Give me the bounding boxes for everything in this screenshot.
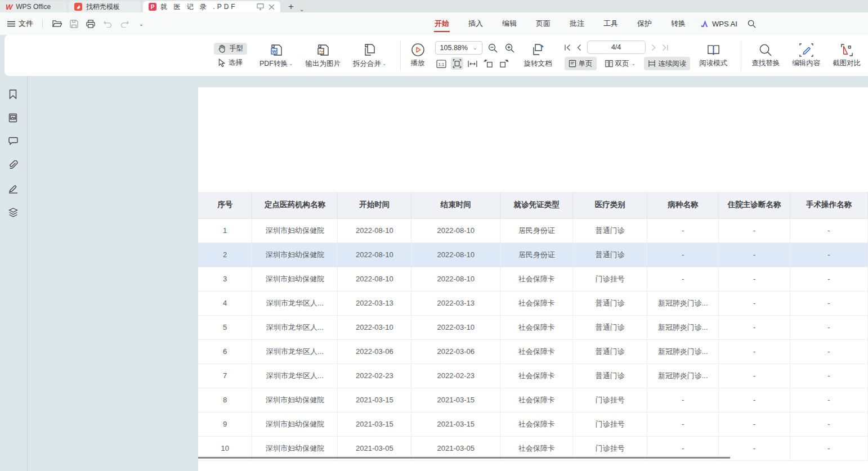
comment-icon[interactable] xyxy=(8,137,19,147)
tab-wps-office-label: WPS Office xyxy=(16,3,51,11)
single-page-view-button[interactable]: 单页 xyxy=(565,57,597,70)
edit-content-button[interactable]: 编辑内容 xyxy=(788,42,825,69)
continuous-read-label: 连续阅读 xyxy=(658,59,686,69)
menu-item-插入[interactable]: 插入 xyxy=(459,12,493,35)
open-file-icon[interactable] xyxy=(52,19,62,29)
file-menu-button[interactable]: 文件 xyxy=(7,19,33,29)
table-cell: 普通门诊 xyxy=(573,218,647,243)
close-tab-icon[interactable] xyxy=(269,4,275,10)
menu-search-icon[interactable] xyxy=(748,20,756,28)
attachment-icon[interactable] xyxy=(8,160,19,171)
table-cell: - xyxy=(790,291,868,315)
menu-item-转换[interactable]: 转换 xyxy=(661,12,695,35)
table-cell: 深圳市龙华区人... xyxy=(252,315,338,339)
export-image-label: 输出为图片 xyxy=(306,59,341,69)
fit-page-button[interactable] xyxy=(451,57,463,70)
split-merge-button[interactable]: 拆分合并⌄ xyxy=(348,42,391,70)
layers-icon[interactable] xyxy=(8,208,19,218)
zoom-level-select[interactable]: 105.88% ⌄ xyxy=(435,41,482,55)
table-horizontal-scrollbar[interactable] xyxy=(198,457,730,459)
table-row: 5深圳市龙华区人...2022-03-102022-03-10社会保障卡普通门诊… xyxy=(198,315,868,339)
table-cell: 9 xyxy=(198,412,252,436)
tab-docer-templates[interactable]: 找稻壳模板 xyxy=(69,1,141,12)
zoom-out-button[interactable] xyxy=(487,42,499,54)
quick-access-chevron-icon[interactable]: ⌄ xyxy=(136,19,146,29)
table-cell: 社会保障卡 xyxy=(500,291,573,315)
table-cell: - xyxy=(719,388,790,412)
previous-page-button[interactable] xyxy=(577,44,581,51)
thumbnail-icon[interactable] xyxy=(8,113,19,123)
single-page-icon xyxy=(569,60,576,68)
table-header-cell: 序号 xyxy=(198,192,252,218)
bookmark-icon[interactable] xyxy=(8,89,19,100)
menu-item-编辑[interactable]: 编辑 xyxy=(493,12,526,35)
ribbon-toolbar: 手型 选择 W PDF转换⌄ 输出为图片 拆分合并⌄ 播放 105.88% ⌄ xyxy=(5,35,868,76)
pdf-convert-button[interactable]: W PDF转换⌄ xyxy=(255,42,298,70)
rotate-left-button[interactable] xyxy=(482,57,495,70)
table-header-cell: 结束时间 xyxy=(411,192,500,218)
table-cell: 2022-08-10 xyxy=(411,243,500,267)
table-cell: 深圳市妇幼保健院 xyxy=(252,243,338,267)
play-label: 播放 xyxy=(411,59,425,68)
table-row: 1深圳市妇幼保健院2022-08-102022-08-10居民身份证普通门诊--… xyxy=(198,218,868,243)
table-header-cell: 就诊凭证类型 xyxy=(500,192,573,218)
pin-to-desktop-icon[interactable] xyxy=(257,3,264,10)
split-merge-icon xyxy=(363,43,377,57)
table-cell: 2021-03-15 xyxy=(411,412,500,436)
rotate-right-button[interactable] xyxy=(498,57,511,70)
table-cell: - xyxy=(719,243,790,267)
chevron-down-icon: ⌄ xyxy=(382,61,387,66)
table-cell: - xyxy=(647,267,719,291)
table-cell: 2 xyxy=(198,243,252,267)
tab-list-chevron-icon[interactable]: ⌄ xyxy=(299,6,304,12)
page-number-input[interactable]: 4/4 xyxy=(587,41,646,54)
table-cell: - xyxy=(790,436,868,460)
print-icon[interactable] xyxy=(86,19,96,29)
hand-tool-button[interactable]: 手型 xyxy=(214,43,247,55)
rotate-document-button[interactable]: 旋转文档 xyxy=(520,42,557,70)
menu-item-开始[interactable]: 开始 xyxy=(425,12,459,35)
continuous-read-icon xyxy=(648,60,656,68)
tab-document-pdf[interactable]: P 就 医 记 录 .PDF xyxy=(143,1,280,12)
continuous-read-button[interactable]: 连续阅读 xyxy=(644,57,690,70)
wps-ai-button[interactable]: WPS AI xyxy=(701,20,737,28)
menu-item-保护[interactable]: 保护 xyxy=(628,12,661,35)
divider xyxy=(741,41,741,71)
table-cell: 门诊挂号 xyxy=(573,412,647,436)
menu-item-批注[interactable]: 批注 xyxy=(560,12,594,35)
menu-item-页面[interactable]: 页面 xyxy=(526,12,560,35)
undo-icon[interactable] xyxy=(102,19,113,29)
first-page-button[interactable] xyxy=(565,44,571,51)
select-tool-button[interactable]: 选择 xyxy=(214,57,247,69)
annotate-pen-icon[interactable] xyxy=(8,184,19,194)
tab-wps-office[interactable]: W WPS Office xyxy=(0,1,66,12)
screenshot-compare-button[interactable]: 截图对比 xyxy=(828,42,865,69)
screenshot-compare-icon xyxy=(840,43,854,57)
table-header-cell: 医疗类别 xyxy=(573,192,647,218)
fit-width-button[interactable] xyxy=(467,57,479,70)
new-tab-button[interactable]: + xyxy=(288,1,294,12)
read-mode-button[interactable]: 阅读模式 xyxy=(695,42,732,69)
table-cell: 2022-08-10 xyxy=(411,218,500,243)
table-cell: 2022-02-23 xyxy=(338,364,411,388)
page-indicator-value: 4/4 xyxy=(611,43,621,51)
table-cell: 深圳市龙华区人... xyxy=(252,291,338,315)
export-as-image-button[interactable]: 输出为图片 xyxy=(301,42,346,70)
last-page-button[interactable] xyxy=(661,44,668,51)
table-cell: 2021-03-15 xyxy=(338,388,411,412)
play-button[interactable]: 播放 xyxy=(406,42,429,69)
table-header-cell: 住院主诊断名称 xyxy=(719,192,790,218)
table-header-cell: 开始时间 xyxy=(338,192,411,218)
double-page-view-button[interactable]: 双页 ⌄ xyxy=(601,57,640,70)
find-replace-button[interactable]: 查找替换 xyxy=(747,42,784,69)
table-cell: 2021-03-15 xyxy=(411,388,500,412)
save-icon[interactable] xyxy=(69,19,79,29)
table-cell: - xyxy=(647,218,719,243)
redo-icon[interactable] xyxy=(119,19,129,29)
menu-item-工具[interactable]: 工具 xyxy=(594,12,628,35)
edit-content-label: 编辑内容 xyxy=(792,59,820,68)
next-page-button[interactable] xyxy=(651,44,656,51)
zoom-in-button[interactable] xyxy=(504,42,516,54)
actual-size-button[interactable]: 1:1 xyxy=(435,57,448,70)
table-cell: 8 xyxy=(198,388,252,412)
